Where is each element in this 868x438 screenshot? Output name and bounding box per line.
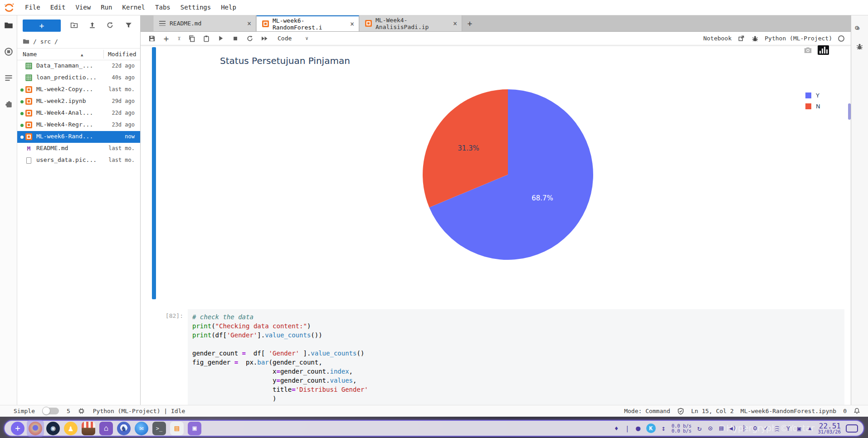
close-icon[interactable]: × [453, 19, 457, 28]
dock-app-icon[interactable]: ♟ [64, 422, 78, 435]
property-inspector-gears-icon[interactable]: ⚙⚙ [855, 24, 858, 32]
file-row[interactable]: M ML-Week4-Regr... 23d ago [17, 119, 140, 131]
restart-run-all-icon[interactable] [260, 34, 268, 42]
cut-cell-icon[interactable]: ✂ [175, 36, 183, 40]
kernel-status-text[interactable]: Python (ML-Project) | Idle [93, 408, 185, 414]
document-tab[interactable]: ML-week6-RandomForest.i × [256, 15, 359, 31]
clock-date: 31/03/26 [818, 429, 841, 434]
dock-app-icon[interactable]: ✉ [135, 422, 148, 435]
notification-count[interactable]: 0 [843, 408, 847, 414]
tray-icon[interactable]: ʘ [752, 425, 758, 432]
folder-icon[interactable] [4, 21, 13, 30]
menu-item[interactable]: File [20, 0, 45, 15]
file-row[interactable]: M loan_predictio... 40s ago [17, 72, 140, 84]
tray-icon[interactable]: ((( [775, 425, 780, 432]
breadcrumb[interactable]: / src / [17, 34, 140, 48]
filter-icon[interactable] [125, 21, 133, 29]
tray-icon[interactable]: ↻ [697, 425, 702, 432]
tray-icon[interactable]: ◀) [729, 425, 736, 431]
close-icon[interactable]: × [350, 20, 354, 28]
dock-app-icon[interactable]: ◉ [46, 422, 60, 435]
kernel-count[interactable]: 5 [67, 408, 70, 414]
menu-item[interactable]: Settings [176, 0, 216, 15]
editor-mode[interactable]: Mode: Command [624, 408, 670, 414]
tray-icon[interactable]: ↕ [661, 425, 667, 432]
tray-icon[interactable]: Y [785, 425, 791, 432]
tray-icon[interactable]: ▲ [807, 426, 813, 431]
external-link-icon[interactable] [737, 34, 745, 42]
new-tab-button[interactable]: + [462, 15, 478, 31]
cell-type-dropdown[interactable]: Code ∨ [278, 35, 308, 42]
upload-icon[interactable] [88, 21, 97, 29]
kernel-name[interactable]: Python (ML-Project) [765, 35, 832, 42]
file-modified: last mo. [108, 86, 135, 92]
dock-app-icon[interactable]: ▤ [170, 422, 184, 435]
dock-app-icon[interactable]: ▣ [188, 422, 201, 435]
document-tab[interactable]: ML-Week4-AnalisisPadi.ip × [359, 15, 462, 31]
file-row[interactable]: M README.md last mo. [17, 143, 140, 155]
tray-icon[interactable]: ᛒ [741, 425, 747, 432]
running-sessions-icon[interactable] [4, 47, 13, 56]
menu-item[interactable]: Tabs [150, 0, 176, 15]
network-speed[interactable]: 0.0 b/s 0.0 b/s [672, 423, 692, 433]
legend-label-y: Y [816, 92, 819, 99]
menu-item[interactable]: Help [216, 0, 241, 15]
notebook-file-icon [365, 20, 372, 27]
show-desktop-button[interactable] [846, 424, 858, 433]
stop-icon[interactable] [231, 34, 239, 42]
clock[interactable]: 22.51 31/03/26 [818, 423, 841, 434]
document-tab[interactable]: README.md × [153, 15, 256, 31]
menu-item[interactable]: Kernel [117, 0, 150, 15]
tray-icon[interactable]: ⊙ [707, 425, 713, 432]
add-cell-icon[interactable]: + [162, 34, 170, 42]
cell-collapser-bar[interactable] [152, 47, 156, 299]
column-header-name[interactable]: Name [23, 49, 37, 60]
legend-item-y[interactable]: Y [805, 92, 820, 99]
tray-icon[interactable]: ▤ [718, 425, 724, 432]
copy-cell-icon[interactable] [188, 34, 195, 42]
dock-app-icon[interactable]: ⌂ [99, 422, 113, 435]
bell-icon[interactable] [853, 408, 861, 415]
camera-icon[interactable] [804, 46, 812, 54]
file-row[interactable]: M users_data.pic... last mo. [17, 155, 140, 166]
simple-mode-toggle[interactable] [43, 408, 59, 414]
code-editor[interactable]: # check the dataprint("Checking data con… [188, 309, 844, 405]
run-cell-icon[interactable] [217, 34, 224, 42]
close-icon[interactable]: × [247, 19, 251, 28]
file-row[interactable]: M ML-Week4-Anal... 22d ago [17, 107, 140, 119]
column-header-modified[interactable]: Modified [108, 49, 137, 60]
tray-icon[interactable]: ▣ [796, 425, 802, 432]
table-of-contents-icon[interactable] [4, 73, 13, 83]
tray-icon[interactable]: ✓ [763, 425, 769, 432]
file-row[interactable]: M ML-week2-Copy... last mo. [17, 84, 140, 96]
plotly-logo-icon[interactable] [818, 45, 829, 55]
scrollbar-thumb[interactable] [848, 103, 851, 120]
file-row[interactable]: M ML-week2.ipynb 29d ago [17, 96, 140, 107]
menu-item[interactable]: View [70, 0, 96, 15]
extensions-puzzle-icon[interactable] [4, 100, 13, 109]
net-down-speed: 0.0 b/s [672, 428, 692, 433]
legend-item-n[interactable]: N [805, 103, 820, 110]
new-launcher-button[interactable]: + [23, 19, 61, 32]
dock-app-icon[interactable] [29, 422, 42, 435]
new-folder-icon[interactable] [70, 21, 78, 29]
save-icon[interactable] [148, 34, 156, 42]
file-row[interactable]: M ML-week6-Rand... now [17, 131, 140, 143]
dock-app-icon[interactable] [82, 422, 95, 435]
menu-item[interactable]: Edit [45, 0, 71, 15]
tray-icon[interactable]: K [646, 423, 656, 433]
debugger-bug-icon[interactable] [751, 34, 759, 42]
menu-item[interactable]: Run [96, 0, 117, 15]
file-row[interactable]: M Data_Tanaman_... 22d ago [17, 60, 140, 72]
debugger-bug-icon[interactable] [856, 43, 863, 50]
dock-app-icon[interactable]: ♞ [117, 422, 131, 435]
dock-app-icon[interactable]: + [11, 422, 24, 435]
refresh-icon[interactable] [106, 21, 114, 29]
tray-icon[interactable]: ● [635, 424, 641, 432]
paste-cell-icon[interactable] [202, 34, 210, 42]
tray-icon[interactable]: ♦ [614, 425, 619, 432]
tray-icon[interactable]: | [624, 425, 630, 432]
dock-app-icon[interactable]: >_ [152, 422, 166, 435]
restart-kernel-icon[interactable] [246, 34, 254, 42]
cursor-position[interactable]: Ln 15, Col 2 [691, 408, 734, 414]
